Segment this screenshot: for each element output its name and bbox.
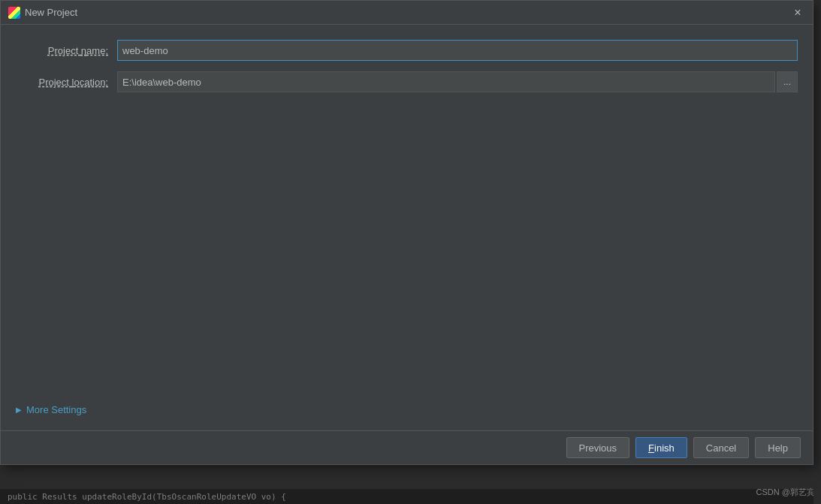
right-sidebar-strip [813, 0, 821, 504]
help-button[interactable]: Help [755, 437, 801, 458]
project-location-label: Project location: [16, 77, 117, 88]
project-name-label-text: Project name: [48, 45, 108, 56]
previous-button[interactable]: Previous [566, 437, 630, 458]
project-name-row: Project name: [16, 40, 798, 61]
titlebar-left: New Project [8, 7, 77, 19]
project-location-input[interactable] [117, 71, 775, 92]
dialog-title: New Project [25, 7, 77, 18]
previous-label: Previous [579, 442, 617, 454]
cancel-label: Cancel [706, 442, 736, 454]
project-name-input[interactable] [117, 40, 798, 61]
more-settings-toggle[interactable]: ▶ More Settings [16, 404, 798, 423]
cancel-button[interactable]: Cancel [693, 437, 749, 458]
close-button[interactable]: × [790, 5, 805, 20]
new-project-dialog: New Project × Project name: Project loca… [0, 0, 813, 465]
more-settings-label: More Settings [26, 404, 86, 415]
dialog-titlebar: New Project × [1, 1, 813, 25]
dialog-body: Project name: Project location: ... ▶ Mo… [1, 25, 813, 430]
code-text: public Results updateRoleById(TbsOscanRo… [8, 492, 286, 502]
browse-button[interactable]: ... [777, 71, 798, 92]
browse-label: ... [783, 77, 791, 87]
intellij-logo-icon [8, 7, 20, 19]
more-settings-arrow-icon: ▶ [16, 406, 22, 414]
project-location-row: Project location: ... [16, 71, 798, 92]
finish-label: Finish [648, 442, 675, 454]
body-spacer [16, 103, 798, 404]
dialog-footer: Previous Finish Cancel Help [1, 430, 813, 464]
project-name-label: Project name: [16, 45, 117, 56]
finish-button[interactable]: Finish [635, 437, 687, 458]
project-location-label-text: Project location: [38, 77, 108, 88]
watermark: CSDN @郭艺宾 [756, 487, 815, 498]
code-line: public Results updateRoleById(TbsOscanRo… [0, 489, 821, 504]
help-label: Help [768, 442, 788, 454]
